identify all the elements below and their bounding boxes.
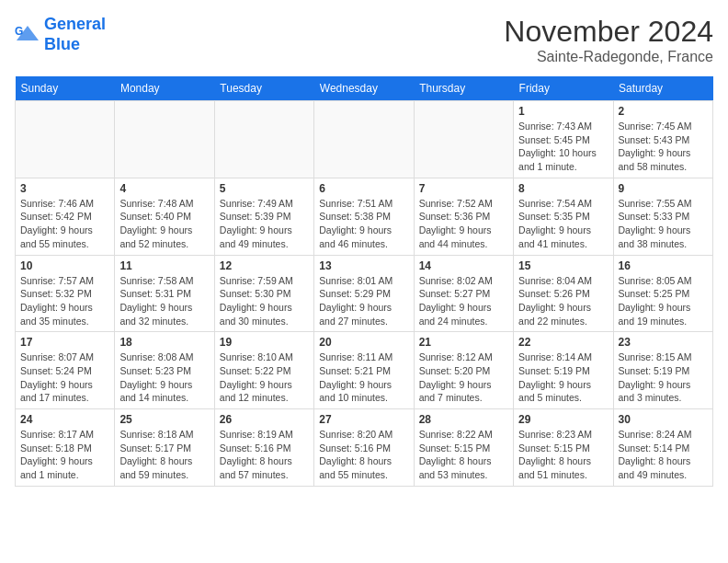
day-number: 18 [119,336,209,349]
day-number: 30 [619,413,708,426]
calendar-cell: 29Sunrise: 8:23 AM Sunset: 5:15 PM Dayli… [514,409,613,487]
calendar-cell [414,101,513,178]
calendar-cell [314,101,414,178]
day-number: 29 [518,413,608,426]
day-info: Sunrise: 8:22 AM Sunset: 5:15 PM Dayligh… [419,428,508,482]
day-number: 6 [319,182,408,195]
calendar-cell: 3Sunrise: 7:46 AM Sunset: 5:42 PM Daylig… [16,178,115,255]
location-subtitle: Sainte-Radegonde, France [504,49,713,65]
calendar-cell: 21Sunrise: 8:12 AM Sunset: 5:20 PM Dayli… [414,332,513,409]
day-number: 21 [419,336,508,349]
day-info: Sunrise: 7:52 AM Sunset: 5:36 PM Dayligh… [419,197,508,251]
calendar-cell: 5Sunrise: 7:49 AM Sunset: 5:39 PM Daylig… [214,178,313,255]
day-number: 23 [619,336,708,349]
day-number: 20 [319,336,408,349]
day-number: 8 [518,182,608,195]
day-number: 12 [220,259,309,272]
calendar-cell: 7Sunrise: 7:52 AM Sunset: 5:36 PM Daylig… [414,178,513,255]
page-header: G General Blue November 2024 Sainte-Rade… [15,15,713,65]
day-info: Sunrise: 8:14 AM Sunset: 5:19 PM Dayligh… [518,350,608,405]
day-info: Sunrise: 7:43 AM Sunset: 5:45 PM Dayligh… [518,120,608,174]
day-number: 4 [119,182,209,195]
day-info: Sunrise: 7:55 AM Sunset: 5:33 PM Dayligh… [619,197,708,251]
day-info: Sunrise: 8:15 AM Sunset: 5:19 PM Dayligh… [619,350,708,405]
logo-icon: G [15,22,40,48]
day-number: 24 [20,413,109,426]
calendar-cell: 25Sunrise: 8:18 AM Sunset: 5:17 PM Dayli… [115,409,214,487]
day-info: Sunrise: 7:48 AM Sunset: 5:40 PM Dayligh… [119,197,209,251]
day-number: 19 [220,336,309,349]
day-info: Sunrise: 8:10 AM Sunset: 5:22 PM Dayligh… [220,350,309,405]
calendar-cell: 27Sunrise: 8:20 AM Sunset: 5:16 PM Dayli… [314,409,414,487]
logo-line1: General [44,15,106,33]
title-block: November 2024 Sainte-Radegonde, France [504,15,713,65]
day-info: Sunrise: 7:58 AM Sunset: 5:31 PM Dayligh… [119,274,209,328]
calendar-cell: 28Sunrise: 8:22 AM Sunset: 5:15 PM Dayli… [414,409,513,487]
logo: G General Blue [15,15,106,54]
day-number: 17 [20,336,109,349]
day-number: 27 [319,413,408,426]
calendar-cell: 1Sunrise: 7:43 AM Sunset: 5:45 PM Daylig… [514,101,613,178]
calendar-cell: 26Sunrise: 8:19 AM Sunset: 5:16 PM Dayli… [214,409,313,487]
weekday-header-monday: Monday [115,76,214,101]
day-number: 11 [119,259,209,272]
calendar-cell: 17Sunrise: 8:07 AM Sunset: 5:24 PM Dayli… [16,332,115,409]
day-number: 9 [619,182,708,195]
day-info: Sunrise: 7:46 AM Sunset: 5:42 PM Dayligh… [20,197,109,251]
calendar-cell: 13Sunrise: 8:01 AM Sunset: 5:29 PM Dayli… [314,255,414,332]
day-info: Sunrise: 7:57 AM Sunset: 5:32 PM Dayligh… [20,274,109,328]
calendar-cell: 9Sunrise: 7:55 AM Sunset: 5:33 PM Daylig… [613,178,712,255]
calendar-cell: 10Sunrise: 7:57 AM Sunset: 5:32 PM Dayli… [16,255,115,332]
calendar-cell: 22Sunrise: 8:14 AM Sunset: 5:19 PM Dayli… [514,332,613,409]
calendar-cell: 12Sunrise: 7:59 AM Sunset: 5:30 PM Dayli… [214,255,313,332]
day-number: 2 [619,105,708,118]
calendar-cell: 18Sunrise: 8:08 AM Sunset: 5:23 PM Dayli… [115,332,214,409]
day-number: 15 [518,259,608,272]
day-info: Sunrise: 7:49 AM Sunset: 5:39 PM Dayligh… [220,197,309,251]
day-info: Sunrise: 7:59 AM Sunset: 5:30 PM Dayligh… [220,274,309,328]
day-info: Sunrise: 8:07 AM Sunset: 5:24 PM Dayligh… [20,350,109,405]
calendar-table: SundayMondayTuesdayWednesdayThursdayFrid… [15,76,713,487]
week-row-5: 24Sunrise: 8:17 AM Sunset: 5:18 PM Dayli… [16,409,713,487]
week-row-4: 17Sunrise: 8:07 AM Sunset: 5:24 PM Dayli… [16,332,713,409]
weekday-header-wednesday: Wednesday [314,76,414,101]
day-number: 22 [518,336,608,349]
day-info: Sunrise: 8:12 AM Sunset: 5:20 PM Dayligh… [419,350,508,405]
day-number: 7 [419,182,508,195]
day-number: 26 [220,413,309,426]
calendar-cell: 14Sunrise: 8:02 AM Sunset: 5:27 PM Dayli… [414,255,513,332]
day-info: Sunrise: 7:51 AM Sunset: 5:38 PM Dayligh… [319,197,408,251]
day-info: Sunrise: 8:23 AM Sunset: 5:15 PM Dayligh… [518,428,608,482]
day-info: Sunrise: 7:45 AM Sunset: 5:43 PM Dayligh… [619,120,708,174]
calendar-cell: 20Sunrise: 8:11 AM Sunset: 5:21 PM Dayli… [314,332,414,409]
calendar-cell [214,101,313,178]
logo-line2: Blue [44,35,80,53]
calendar-cell [115,101,214,178]
weekday-header-row: SundayMondayTuesdayWednesdayThursdayFrid… [16,76,713,101]
calendar-cell: 15Sunrise: 8:04 AM Sunset: 5:26 PM Dayli… [514,255,613,332]
calendar-cell: 2Sunrise: 7:45 AM Sunset: 5:43 PM Daylig… [613,101,712,178]
calendar-cell: 19Sunrise: 8:10 AM Sunset: 5:22 PM Dayli… [214,332,313,409]
week-row-1: 1Sunrise: 7:43 AM Sunset: 5:45 PM Daylig… [16,101,713,178]
weekday-header-friday: Friday [514,76,613,101]
weekday-header-thursday: Thursday [414,76,513,101]
day-info: Sunrise: 8:01 AM Sunset: 5:29 PM Dayligh… [319,274,408,328]
logo-text: General Blue [44,15,106,54]
day-number: 10 [20,259,109,272]
day-info: Sunrise: 8:08 AM Sunset: 5:23 PM Dayligh… [119,350,209,405]
calendar-cell: 23Sunrise: 8:15 AM Sunset: 5:19 PM Dayli… [613,332,712,409]
calendar-cell: 8Sunrise: 7:54 AM Sunset: 5:35 PM Daylig… [514,178,613,255]
day-number: 13 [319,259,408,272]
weekday-header-sunday: Sunday [16,76,115,101]
day-number: 16 [619,259,708,272]
day-number: 3 [20,182,109,195]
month-title: November 2024 [504,15,713,49]
day-info: Sunrise: 7:54 AM Sunset: 5:35 PM Dayligh… [518,197,608,251]
calendar-cell: 6Sunrise: 7:51 AM Sunset: 5:38 PM Daylig… [314,178,414,255]
day-number: 1 [518,105,608,118]
calendar-cell: 16Sunrise: 8:05 AM Sunset: 5:25 PM Dayli… [613,255,712,332]
day-info: Sunrise: 8:24 AM Sunset: 5:14 PM Dayligh… [619,428,708,482]
day-number: 14 [419,259,508,272]
calendar-cell: 24Sunrise: 8:17 AM Sunset: 5:18 PM Dayli… [16,409,115,487]
day-info: Sunrise: 8:05 AM Sunset: 5:25 PM Dayligh… [619,274,708,328]
